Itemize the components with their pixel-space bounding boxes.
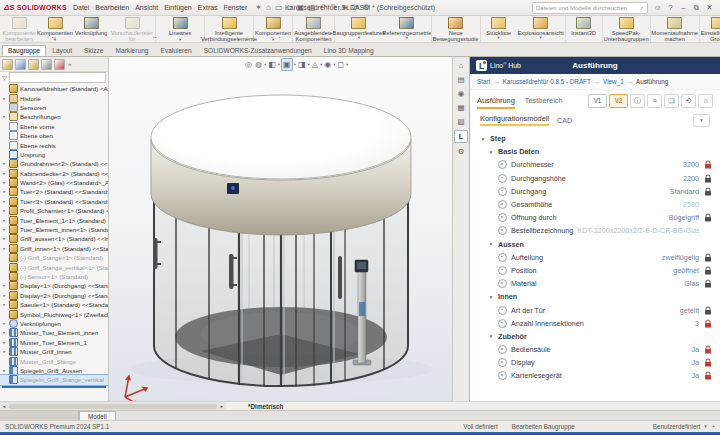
param-value[interactable]: geöffnet	[673, 266, 699, 275]
expand-arrow-icon[interactable]: ▸	[2, 321, 7, 326]
param-value[interactable]: Standard	[670, 187, 699, 196]
tree-item-ebene-oben[interactable]: Ebene oben	[0, 131, 108, 140]
tree-item-griff-stange-vertikal-1-stand[interactable]: (-) Griff_Stange_vertikal<1> (Stand	[0, 262, 108, 271]
lock-icon[interactable]	[703, 160, 712, 169]
param-value[interactable]: KDT-3200x2200x2/2-B-D-CR-BG-Glas	[577, 226, 699, 235]
menu-fenster[interactable]: Fenster	[221, 3, 251, 12]
tab-solidworks-zusatzanwendungen[interactable]: SOLIDWORKS-Zusatzanwendungen	[198, 45, 318, 56]
tab-evaluieren[interactable]: Evaluieren	[154, 45, 197, 56]
stückliste-button[interactable]: Stückliste▾	[481, 16, 517, 42]
dimxpertmanager-tab-icon[interactable]	[41, 59, 52, 70]
save-icon[interactable]: ▣	[295, 3, 307, 12]
expand-arrow-icon[interactable]: ▸	[2, 161, 7, 166]
lock-icon[interactable]	[703, 266, 712, 275]
tab-baugruppe[interactable]: Baugruppe	[2, 45, 46, 56]
param-value[interactable]: zweiflügelig	[662, 253, 699, 262]
chevron-down-icon[interactable]: ▾	[488, 333, 494, 339]
param-art-der-tür[interactable]: Art der Türgeteilt	[478, 303, 712, 316]
chevron-down-icon[interactable]: ▾	[333, 62, 335, 67]
help-icon[interactable]: ?	[664, 3, 677, 13]
expand-arrow-icon[interactable]: ▸	[2, 227, 7, 232]
expand-arrow-icon[interactable]: ▸	[2, 246, 7, 251]
param-bediensäule[interactable]: BediensäuleJa	[478, 343, 712, 356]
expand-arrow-icon[interactable]: ▸	[2, 236, 7, 241]
tree-item-tuer-3-standard-standard-a[interactable]: ▸Tuer<3> (Standard) <<Standard>_A	[0, 197, 108, 206]
param-value[interactable]: 2580	[683, 200, 699, 209]
tab-lino-3d-mapping[interactable]: Lino 3D Mapping	[318, 45, 380, 56]
displaymanager-tab-icon[interactable]	[54, 59, 65, 70]
expand-arrow-icon[interactable]: ▸	[2, 208, 7, 213]
options-icon[interactable]: ⚙	[361, 3, 372, 12]
tree-item-muster-tuer-element-innen[interactable]: ▸Muster_Tuer_Element_innen	[0, 328, 108, 337]
chevron-down-icon[interactable]: ▾	[294, 62, 296, 67]
appearance-icon[interactable]: ◉	[323, 59, 332, 70]
lino-tab-testbereich[interactable]: Testbereich	[525, 92, 563, 109]
komponenten-einfügen-button[interactable]: Komponenten einfügen▾	[37, 16, 73, 42]
rebuild-icon[interactable]: ⟳	[350, 3, 361, 12]
home-config-icon[interactable]: ⌂	[698, 94, 713, 108]
custom-properties-icon[interactable]: ▧	[455, 116, 467, 127]
configurationmanager-tab-icon[interactable]	[28, 59, 39, 70]
chevron-down-icon[interactable]: ▾	[278, 62, 280, 67]
panel-tabs-overflow-icon[interactable]: »	[68, 61, 71, 67]
lock-icon[interactable]	[703, 371, 712, 380]
expand-arrow-icon[interactable]: ▸	[2, 199, 7, 204]
section-view-icon[interactable]: ◧	[267, 59, 277, 70]
tree-item-display-2-durchgang-standa[interactable]: ▸Display<2> (Durchgang) <<Standa	[0, 291, 108, 300]
tree-item-ursprung[interactable]: Ursprung	[0, 150, 108, 159]
tree-item-wand-2-glas-standard-anz[interactable]: ▸Wand<2> (Glas) <<Standard>_Anz	[0, 178, 108, 187]
param-durchmesser[interactable]: Durchmesser3200	[478, 158, 712, 171]
menu-list-icon[interactable]: ≡	[647, 94, 662, 108]
tab-layout[interactable]: Layout	[46, 45, 78, 56]
version-button-v2[interactable]: V2	[609, 94, 628, 108]
info-icon[interactable]: ⓘ	[630, 94, 645, 108]
expand-arrow-icon[interactable]: ▸	[2, 349, 7, 354]
file-explorer-icon[interactable]: ▤	[455, 74, 467, 85]
tree-item-tuer-2-standard-standard-a[interactable]: ▸Tuer<2> (Standard) <<Standard>_A	[0, 187, 108, 196]
expand-arrow-icon[interactable]: ▸	[2, 340, 7, 345]
tree-item-sensor-1-standard[interactable]: (-) Sensor<1> (Standard)	[0, 272, 108, 281]
expand-arrow-icon[interactable]: ▸	[2, 330, 7, 335]
tree-item-tuer-element-1-1-standard-s[interactable]: ▸Tuer_Element_1<1> (Standard) <<S	[0, 215, 108, 224]
tree-item-griff-aussen-1-standard-inne[interactable]: ▸Griff_aussen<1> (Standard) <<Inne	[0, 234, 108, 243]
param-value[interactable]: Ja	[691, 371, 699, 380]
param-value[interactable]: 3200	[683, 160, 699, 169]
param-material[interactable]: MaterialGlas	[478, 277, 712, 290]
tree-item-verknüpfungen[interactable]: ▸Verknüpfungen	[0, 319, 108, 328]
new-document-icon[interactable]: ▭	[273, 3, 285, 12]
param-durchgang[interactable]: DurchgangStandard	[478, 185, 712, 198]
breadcrumb-karusselldrehtür-0-8-5-draft[interactable]: Karusselldrehtür 0.8.5 - DRAFT	[503, 78, 591, 85]
model-tab[interactable]: Modell	[79, 411, 116, 420]
chevron-down-icon[interactable]: ▾	[480, 136, 486, 142]
tree-item-spiegeln-griff-stange-vertikal[interactable]: Spiegeln_Griff_Stange_vertikal	[0, 375, 108, 384]
tree-item-muster-tuer-element-1[interactable]: ▸Muster_Tuer_Element_1	[0, 338, 108, 347]
config-dropdown-button[interactable]: ▼	[693, 114, 710, 127]
undo-icon[interactable]: ↶	[318, 3, 329, 12]
menu-extras[interactable]: Extras	[195, 3, 221, 12]
tree-item-tuer-element-innen-1-standard[interactable]: ▸Tuer_Element_innen<1> (Standard)	[0, 225, 108, 234]
select-icon[interactable]: ➤	[339, 3, 350, 12]
home-tab-icon[interactable]: ⌂	[455, 60, 467, 71]
rollback-bar[interactable]	[2, 386, 106, 388]
param-value[interactable]: Ja	[691, 358, 699, 367]
breadcrumb-start[interactable]: Start	[477, 78, 490, 85]
chevron-down-icon[interactable]: ▾	[488, 149, 494, 155]
tree-item-ebene-rechts[interactable]: Ebene rechts	[0, 140, 108, 149]
minimize-icon[interactable]: –	[677, 3, 690, 13]
tree-item-historie[interactable]: ▸Historie	[0, 93, 108, 102]
momentaufnahme-machen-button[interactable]: Momentaufnahme machen	[651, 16, 699, 42]
zoom-area-icon[interactable]: ◍	[254, 59, 263, 70]
breadcrumb-ausführung[interactable]: Ausführung	[636, 78, 668, 85]
redo-icon[interactable]: ↷	[328, 3, 339, 12]
param-aufteilung[interactable]: Aufteilungzweiflügelig	[478, 251, 712, 264]
tree-item-ebene-vorne[interactable]: Ebene vorne	[0, 122, 108, 131]
display-style-icon[interactable]: ◨	[297, 59, 307, 70]
menu-datei[interactable]: Datei	[70, 3, 92, 12]
tree-item-display-1-durchgang-standa[interactable]: ▸Display<1> (Durchgang) <<Standa	[0, 281, 108, 290]
menu-bearbeiten[interactable]: Bearbeiten	[92, 3, 132, 12]
baugruppenfeatures-button[interactable]: Baugruppenfeatures▾	[335, 16, 383, 42]
lock-icon[interactable]	[703, 319, 712, 328]
user-account-icon[interactable]: ☺	[651, 3, 664, 13]
expand-arrow-icon[interactable]: ▸	[2, 171, 7, 176]
lock-icon[interactable]	[703, 213, 712, 222]
